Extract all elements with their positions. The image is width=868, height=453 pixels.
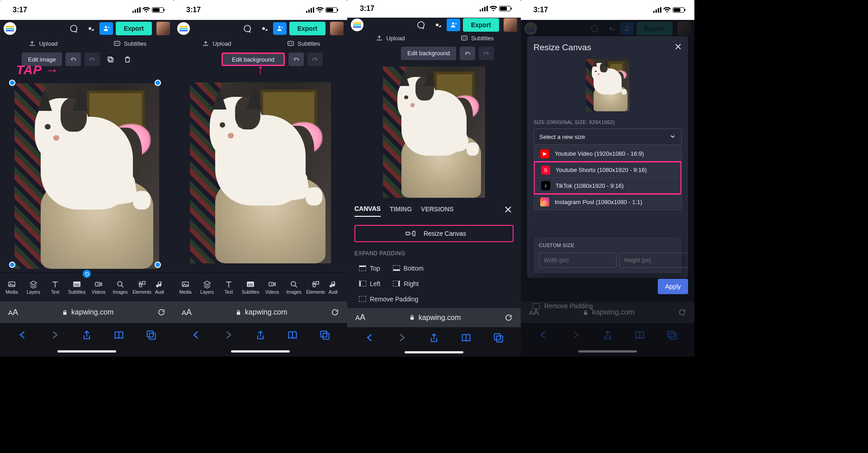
subtitles-button[interactable]: Subtitles <box>87 40 174 47</box>
option-youtube-shorts[interactable]: S Youtube Shorts (1080x1920 - 9:16) <box>535 162 680 178</box>
rotate-handle[interactable] <box>83 270 91 278</box>
tabs-button[interactable] <box>146 330 156 342</box>
tool-text[interactable]: Text <box>44 280 66 295</box>
close-sheet-button[interactable] <box>503 204 514 215</box>
back-button[interactable] <box>18 330 28 342</box>
add-person-button[interactable] <box>273 22 287 35</box>
upload-button[interactable]: Upload <box>174 40 260 47</box>
bookmarks-button[interactable] <box>114 330 124 342</box>
tool-images[interactable]: Images <box>109 280 131 295</box>
add-person-button[interactable] <box>447 19 460 31</box>
tool-subtitles[interactable]: Subtitles <box>66 280 88 295</box>
share-button[interactable] <box>429 333 439 344</box>
canvas-area[interactable] <box>0 70 174 272</box>
tabs-button[interactable] <box>493 333 503 344</box>
tab-canvas[interactable]: CANVAS <box>354 205 381 217</box>
share-button[interactable] <box>82 330 92 342</box>
tool-elements[interactable]: Elements <box>305 280 326 295</box>
home-indicator[interactable] <box>174 348 347 357</box>
user-avatar[interactable] <box>504 18 517 32</box>
home-indicator[interactable] <box>347 349 521 357</box>
tool-audio[interactable]: Audi <box>153 280 166 295</box>
redo-button[interactable] <box>479 47 494 60</box>
upload-button[interactable]: Upload <box>347 35 434 42</box>
redo-button[interactable] <box>85 52 100 66</box>
copy-button[interactable] <box>104 52 117 66</box>
tool-images[interactable]: Images <box>283 280 305 295</box>
chat-icon[interactable] <box>414 19 428 31</box>
canvas-image[interactable] <box>14 83 159 269</box>
safari-url-bar[interactable]: AA kapwing.com <box>174 301 347 323</box>
edit-background-button[interactable]: Edit background <box>222 52 285 66</box>
safari-url-bar[interactable]: AA kapwing.com <box>347 308 521 327</box>
back-button[interactable] <box>365 333 375 344</box>
tool-text[interactable]: Text <box>218 280 240 295</box>
back-button[interactable] <box>191 330 201 342</box>
option-instagram-post[interactable]: ◎ Instagram Post (1080x1080 - 1:1) <box>534 194 681 210</box>
safari-url-bar[interactable]: AA kapwing.com <box>0 301 174 323</box>
tool-subtitles[interactable]: Subtitles <box>240 280 261 295</box>
width-input[interactable] <box>539 253 617 268</box>
pad-top-button[interactable]: Top <box>354 261 385 276</box>
option-tiktok[interactable]: ♪ TikTok (1080x1920 - 9:16) <box>535 178 680 193</box>
tool-layers[interactable]: Layers <box>196 280 218 295</box>
chat-icon[interactable] <box>67 22 80 35</box>
tool-videos[interactable]: Videos <box>88 280 109 295</box>
gear-icon[interactable] <box>257 22 270 35</box>
height-input[interactable] <box>619 253 688 268</box>
resize-canvas-button[interactable]: Resize Canvas <box>354 225 514 242</box>
size-select[interactable]: Select a new size <box>533 129 682 145</box>
delete-button[interactable] <box>121 52 134 66</box>
tab-timing[interactable]: TIMING <box>390 205 412 216</box>
bookmarks-button[interactable] <box>288 330 297 342</box>
user-avatar[interactable] <box>156 22 170 35</box>
gear-icon[interactable] <box>83 22 97 35</box>
kapwing-logo-icon[interactable] <box>177 22 190 35</box>
reload-icon[interactable] <box>157 308 165 316</box>
remove-padding-button[interactable]: Remove Padding <box>354 292 423 306</box>
tool-audio[interactable]: Audi <box>326 280 340 295</box>
text-size-icon[interactable]: AA <box>355 313 365 322</box>
forward-button[interactable] <box>50 330 60 342</box>
chat-icon[interactable] <box>241 22 254 35</box>
forward-button[interactable] <box>223 330 233 342</box>
user-avatar[interactable] <box>330 22 344 35</box>
undo-button[interactable] <box>66 52 81 66</box>
add-person-button[interactable] <box>99 22 113 35</box>
export-button[interactable]: Export <box>463 18 499 32</box>
close-modal-button[interactable] <box>675 43 682 52</box>
tool-layers[interactable]: Layers <box>23 280 44 295</box>
resize-handle-br[interactable] <box>155 262 161 268</box>
tabs-button[interactable] <box>320 330 330 342</box>
undo-button[interactable] <box>460 47 475 60</box>
kapwing-logo-icon[interactable] <box>351 19 363 31</box>
pad-left-button[interactable]: Left <box>354 277 385 291</box>
canvas-image[interactable] <box>383 67 485 198</box>
kapwing-logo-icon[interactable] <box>4 22 16 35</box>
canvas-area[interactable] <box>174 70 347 272</box>
share-button[interactable] <box>255 330 265 342</box>
subtitles-button[interactable]: Subtitles <box>434 35 521 42</box>
gear-icon[interactable] <box>430 19 444 31</box>
subtitles-button[interactable]: Subtitles <box>260 40 347 47</box>
apply-button[interactable]: Apply <box>658 279 688 294</box>
reload-icon[interactable] <box>505 314 513 322</box>
bookmarks-button[interactable] <box>461 333 471 344</box>
redo-button[interactable] <box>307 52 323 66</box>
tool-media[interactable]: Media <box>175 280 196 295</box>
canvas-area[interactable] <box>347 64 521 200</box>
text-size-icon[interactable]: AA <box>8 308 18 317</box>
tool-elements[interactable]: Elements <box>131 280 153 295</box>
resize-handle-tl[interactable] <box>9 80 15 86</box>
upload-button[interactable]: Upload <box>0 40 87 47</box>
resize-handle-bl[interactable] <box>9 262 15 268</box>
export-button[interactable]: Export <box>116 22 152 35</box>
resize-handle-tr[interactable] <box>155 80 161 86</box>
export-button[interactable]: Export <box>289 22 326 35</box>
forward-button[interactable] <box>397 333 407 344</box>
edit-background-button[interactable]: Edit background <box>401 47 456 60</box>
tab-versions[interactable]: VERSIONS <box>421 205 453 216</box>
canvas-image[interactable] <box>190 82 331 263</box>
option-youtube[interactable]: ▶ Youtube Video (1920x1080 - 16:9) <box>534 146 681 162</box>
pad-right-button[interactable]: Right <box>388 277 423 291</box>
